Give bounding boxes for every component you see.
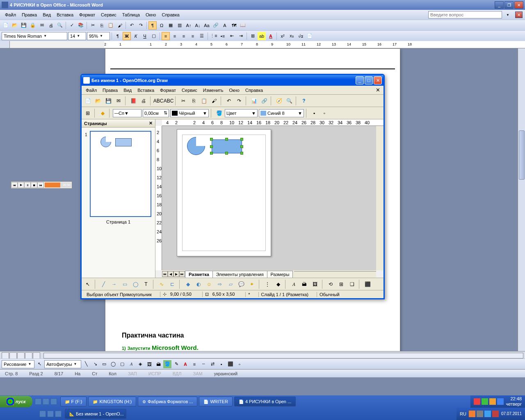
ql-app-icon[interactable] [50, 398, 57, 405]
oo-menu-view[interactable]: Вид [121, 87, 134, 94]
open-icon[interactable]: 📂 [11, 21, 19, 30]
tab-prev-icon[interactable]: ◀ [168, 271, 173, 277]
tab-dimensions[interactable]: Размеры [267, 271, 293, 278]
bold-icon[interactable]: Ж [123, 32, 131, 40]
font-shrink-icon[interactable]: A↓ [194, 21, 202, 30]
fillcolor-icon[interactable]: 🪣 [163, 360, 171, 368]
dashstyle-icon[interactable]: ┄ [199, 360, 208, 368]
drawing-menu[interactable]: Рисование▼ [2, 360, 34, 368]
oo-link-icon[interactable]: 🔗 [260, 96, 269, 105]
borders-icon[interactable]: ⊞ [249, 32, 257, 40]
help-search-input[interactable] [428, 11, 502, 18]
oo-print-icon[interactable]: 🖨 [139, 96, 148, 105]
oo-line-icon[interactable]: ╱ [99, 280, 108, 289]
media-pause-icon[interactable]: ⏸ [24, 182, 31, 188]
tray-icon-7[interactable] [484, 411, 491, 417]
oo-redo-icon[interactable]: ↷ [235, 96, 244, 105]
oo-fillcolor-combo[interactable]: Синий 8▼ [259, 109, 304, 117]
arrowstyle-icon[interactable]: ⇄ [208, 360, 217, 368]
start-button[interactable]: пуск [0, 396, 32, 407]
media-progress[interactable]: 00:58 [45, 183, 71, 187]
oo-spell-icon[interactable]: ABC [154, 96, 163, 105]
oo-undo-icon[interactable]: ↶ [224, 96, 233, 105]
link-icon[interactable]: 🔗 [212, 21, 220, 30]
tab-first-icon[interactable]: ⏮ [162, 271, 168, 277]
word-restore-button[interactable]: ❐ [504, 1, 514, 9]
redo-icon[interactable]: ↷ [137, 21, 145, 30]
oo-fontwork-icon[interactable]: 𝐴 [289, 280, 298, 289]
oo-grid-icon[interactable]: ⊞ [83, 109, 92, 118]
tray-icon-8[interactable] [492, 411, 499, 417]
handle-ne[interactable] [240, 138, 243, 141]
change-case-icon[interactable]: Aa [203, 21, 211, 30]
equation-icon[interactable]: √α [297, 32, 305, 40]
tray-icon-6[interactable] [477, 411, 483, 417]
oo-close-button[interactable]: ✕ [374, 76, 382, 84]
menu-view[interactable]: Вид [40, 11, 53, 18]
pilcrow2-icon[interactable]: ¶ [114, 32, 122, 40]
task-word[interactable]: 📄 4 РИСУНКИ в Open ... [234, 397, 296, 406]
oo-mail-icon[interactable]: ✉ [114, 96, 123, 105]
oo-minimize-button[interactable]: _ [356, 76, 364, 84]
wordart-icon[interactable]: 𝐴 [127, 360, 135, 368]
save-icon[interactable]: 💾 [20, 21, 28, 30]
task-oodraw[interactable]: 📐 Без имени 1 - OpenO... [65, 409, 126, 419]
paste-icon[interactable]: 📋 [107, 21, 115, 30]
linespacing-icon[interactable]: ☰ [198, 32, 206, 40]
tray-icon-5[interactable] [469, 411, 475, 417]
columns-icon[interactable]: ▥ [176, 21, 184, 30]
tray-icon-2[interactable] [482, 398, 488, 405]
word-minimize-button[interactable]: _ [495, 1, 504, 9]
media-prev-icon[interactable]: ⏮ [11, 182, 18, 188]
oo-vscrollbar[interactable] [376, 126, 383, 270]
oo-canvas[interactable] [162, 126, 376, 270]
arrow-icon[interactable]: ↘ [91, 360, 99, 368]
oo-drawing-page[interactable] [177, 129, 271, 256]
tab-layout[interactable]: Разметка [185, 271, 213, 278]
ql-icon-6[interactable] [55, 411, 62, 417]
tab-next-icon[interactable]: ▶ [173, 271, 179, 277]
font-combo[interactable]: Times New Roman▼ [2, 32, 67, 40]
picture-icon[interactable]: 🏔 [154, 360, 162, 368]
omega-icon[interactable]: Ω [158, 21, 166, 30]
oo-maximize-button[interactable]: □ [365, 76, 373, 84]
task-writer[interactable]: 📄 WRITER [199, 397, 232, 406]
handle-se[interactable] [240, 152, 243, 155]
reading-view-icon[interactable] [33, 352, 40, 359]
oo-rotate-icon[interactable]: ⟲ [326, 280, 335, 289]
indent-icon[interactable]: ⇥ [237, 32, 245, 40]
autoshapes-menu[interactable]: Автофигуры▼ [44, 360, 81, 368]
linecolor-icon[interactable]: ✎ [172, 360, 180, 368]
oo-menu-insert[interactable]: Вставка [135, 87, 157, 94]
menu-insert[interactable]: Вставка [54, 11, 76, 18]
task-kingston[interactable]: 📁 KINGSTON (H:) [88, 397, 136, 406]
shadow-icon[interactable]: ▪ [217, 360, 226, 368]
oo-linecolor-combo[interactable]: Чёрный▼ [170, 109, 209, 117]
word-hscrollbar[interactable] [43, 353, 523, 358]
handle-w[interactable] [210, 145, 213, 148]
menu-help[interactable]: Справка [159, 11, 182, 18]
handle-e[interactable] [240, 145, 243, 148]
oo-rect-icon[interactable]: ▭ [120, 280, 129, 289]
oo-connector-icon[interactable]: ⊏ [168, 280, 177, 289]
doc-icon[interactable]: 📄 [306, 32, 314, 40]
subscript-icon[interactable]: x₂ [288, 32, 296, 40]
print-view-icon[interactable] [17, 352, 25, 359]
read-icon[interactable]: 📖 [239, 21, 247, 30]
handle-n[interactable] [225, 138, 228, 141]
map-icon[interactable]: 🗺 [230, 21, 238, 30]
oo-blockarrows-icon[interactable]: ⇨ [215, 280, 224, 289]
oo-stars-icon[interactable]: ✦ [247, 280, 256, 289]
superscript-icon[interactable]: x² [278, 32, 287, 40]
oo-open-icon[interactable]: 📂 [94, 96, 103, 105]
select-icon[interactable]: ↖ [35, 360, 43, 368]
brush-icon[interactable]: 🖌 [116, 21, 124, 30]
oo-callouts-icon[interactable]: 💬 [237, 280, 246, 289]
extra-icon[interactable]: ▫ [235, 360, 244, 368]
rectangle-shape[interactable] [212, 139, 242, 153]
oo-ellipse-icon[interactable]: ◯ [131, 280, 140, 289]
oo-chart-icon[interactable]: 📊 [249, 96, 258, 105]
oo-linewidth-combo[interactable]: 0,00см⇅ [143, 109, 169, 117]
media-stop-icon[interactable]: ⏹ [31, 182, 37, 188]
zoom-combo[interactable]: 95%▼ [87, 32, 110, 40]
